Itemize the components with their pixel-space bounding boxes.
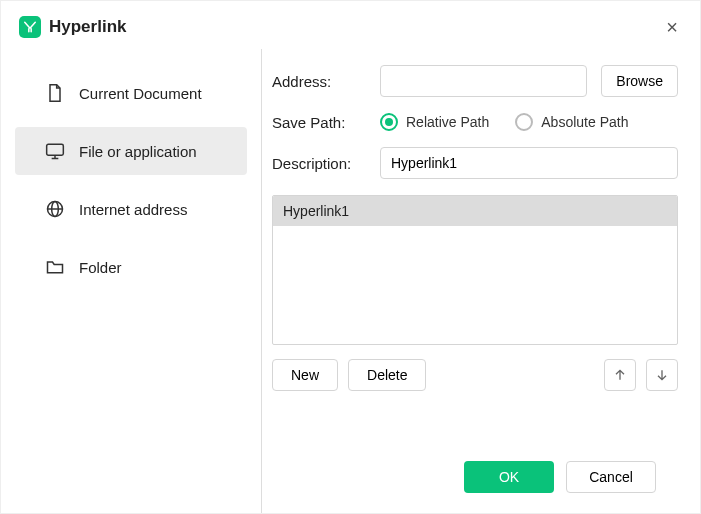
sidebar-item-internet-address[interactable]: Internet address [15, 185, 247, 233]
app-icon [19, 16, 41, 38]
move-down-button[interactable] [646, 359, 678, 391]
arrow-up-icon [612, 367, 628, 383]
address-label: Address: [272, 73, 372, 90]
globe-icon [45, 199, 65, 219]
svg-rect-0 [47, 144, 64, 155]
sidebar-item-label: Internet address [79, 201, 187, 218]
description-input[interactable] [380, 147, 678, 179]
radio-icon [515, 113, 533, 131]
hyperlink-listbox[interactable]: Hyperlink1 [272, 195, 678, 345]
main-panel: Address: Browse Save Path: Relative Path… [262, 49, 700, 513]
radio-relative-path[interactable]: Relative Path [380, 113, 489, 131]
cancel-button[interactable]: Cancel [566, 461, 656, 493]
delete-button[interactable]: Delete [348, 359, 426, 391]
sidebar-item-file-or-application[interactable]: File or application [15, 127, 247, 175]
radio-absolute-path[interactable]: Absolute Path [515, 113, 628, 131]
sidebar-item-folder[interactable]: Folder [15, 243, 247, 291]
sidebar-item-current-document[interactable]: Current Document [15, 69, 247, 117]
dialog-title: Hyperlink [49, 17, 126, 37]
address-input[interactable] [380, 65, 587, 97]
savepath-label: Save Path: [272, 114, 372, 131]
titlebar: Hyperlink × [1, 1, 700, 49]
browse-button[interactable]: Browse [601, 65, 678, 97]
description-label: Description: [272, 155, 372, 172]
document-icon [45, 83, 65, 103]
sidebar-item-label: File or application [79, 143, 197, 160]
close-icon[interactable]: × [662, 15, 682, 39]
arrow-down-icon [654, 367, 670, 383]
sidebar-item-label: Current Document [79, 85, 202, 102]
radio-label: Relative Path [406, 114, 489, 130]
sidebar: Current Document File or application Int… [1, 49, 261, 513]
radio-label: Absolute Path [541, 114, 628, 130]
new-button[interactable]: New [272, 359, 338, 391]
radio-icon [380, 113, 398, 131]
move-up-button[interactable] [604, 359, 636, 391]
dialog-footer: OK Cancel [272, 447, 678, 513]
sidebar-item-label: Folder [79, 259, 122, 276]
ok-button[interactable]: OK [464, 461, 554, 493]
folder-icon [45, 257, 65, 277]
monitor-icon [45, 141, 65, 161]
list-item[interactable]: Hyperlink1 [273, 196, 677, 226]
